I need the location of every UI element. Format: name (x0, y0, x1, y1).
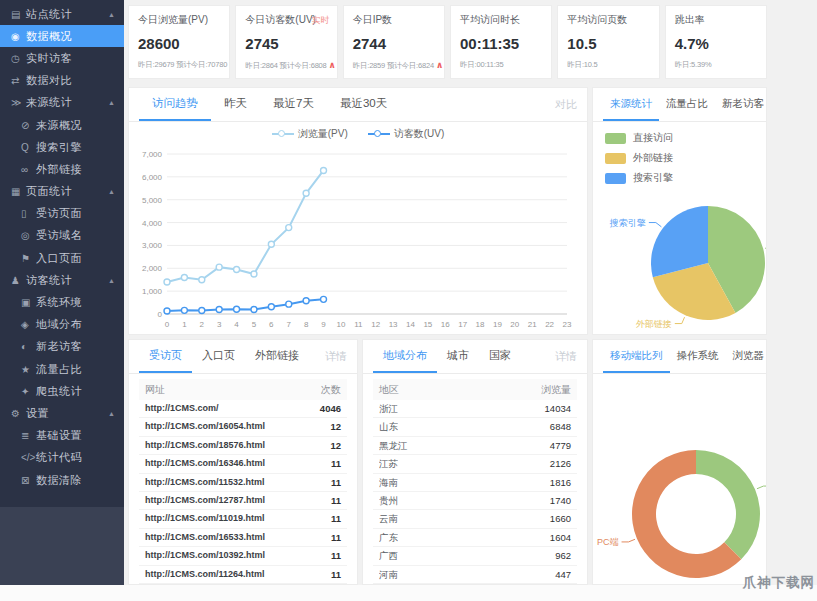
region-detail-link[interactable]: 详情 (555, 340, 577, 373)
sidebar-item-label: 页面统计 (26, 184, 72, 199)
sidebar-item-crawler-stats[interactable]: ✦爬虫统计 (0, 380, 124, 402)
source-overview-icon: ⊘ (21, 120, 36, 131)
svg-text:5,000: 5,000 (142, 196, 163, 205)
panel-tab[interactable]: 最近7天 (260, 88, 327, 121)
panel-tab[interactable]: 来源统计 (603, 88, 659, 121)
table-row: 江苏2126 (373, 455, 577, 473)
search-engine-icon: Q (21, 142, 36, 153)
panel-tab[interactable]: 受访页 (139, 340, 192, 373)
table-row: 贵州1740 (373, 492, 577, 510)
sidebar-item-source-overview[interactable]: ⊘来源概况 (0, 114, 124, 136)
column-header: 浏览量 (541, 379, 571, 400)
row-key: http://1CMS.com/18576.html (145, 437, 265, 454)
sidebar-item-settings-gear[interactable]: ⚙设置▲ (0, 402, 124, 424)
row-key: http://1CMS.com/12787.html (145, 492, 265, 509)
panel-tab[interactable]: 国家 (479, 340, 521, 373)
sidebar-item-data-compare[interactable]: ⇄数据对比 (0, 70, 124, 92)
row-key: 海南 (379, 474, 398, 491)
sidebar-item-label: 受访页面 (36, 206, 82, 221)
sidebar-item-visitor-stats[interactable]: ♟访客统计▲ (0, 269, 124, 291)
sidebar-item-label: 来源统计 (26, 95, 72, 110)
table-row: 河南447 (373, 566, 577, 584)
stat-cards-row: 今日浏览量(PV)28600昨日:29679 预计今日:70780今日访客数(U… (128, 5, 767, 79)
svg-text:5: 5 (252, 320, 257, 329)
settings-gear-icon: ⚙ (11, 408, 26, 419)
svg-text:0: 0 (158, 310, 163, 319)
sidebar-item-source-stats[interactable]: ≫来源统计▲ (0, 92, 124, 114)
sidebar-item-new-old-visitors[interactable]: ◐新老访客 (0, 336, 124, 358)
sidebar-item-data-clear[interactable]: ⊠数据清除 (0, 469, 124, 491)
svg-text:17: 17 (458, 320, 467, 329)
row-key: 云南 (379, 510, 398, 527)
panel-tab[interactable]: 入口页 (192, 340, 245, 373)
region-tabbar: 地域分布城市国家 详情 (363, 340, 587, 374)
panel-tab[interactable]: 移动端比列 (603, 340, 670, 373)
sidebar-item-label: 入口页面 (36, 251, 82, 266)
svg-text:19: 19 (493, 320, 502, 329)
site-stats-icon: ▤ (11, 9, 26, 20)
panel-tab[interactable]: 最近30天 (327, 88, 400, 121)
panel-tab[interactable]: 新老访客 (715, 88, 767, 121)
pages-table: 网址次数http://1CMS.com/4046http://1CMS.com/… (139, 379, 347, 584)
svg-text:6: 6 (269, 320, 274, 329)
sidebar-item-visited-domains[interactable]: ◎受访域名 (0, 225, 124, 247)
collapse-arrow-icon[interactable]: ▲ (108, 188, 115, 195)
sidebar-item-label: 流量占比 (36, 362, 82, 377)
sidebar-item-external-links[interactable]: ∞外部链接 (0, 158, 124, 180)
up-arrow-icon: ∧ (436, 60, 443, 70)
compare-link[interactable]: 对比 (555, 88, 577, 121)
sidebar-item-system-env[interactable]: ▣系统环境 (0, 291, 124, 313)
collapse-arrow-icon[interactable]: ▲ (108, 11, 115, 18)
sidebar-item-realtime-visitors[interactable]: ◷实时访客 (0, 47, 124, 69)
svg-text:4,000: 4,000 (142, 219, 163, 228)
panel-tab[interactable]: 操作系统 (670, 340, 726, 373)
stat-card-subtext: 昨日:2859 预计今日:6824∧ (353, 60, 437, 71)
stat-card-subtext: 昨日:00:11:35 (460, 60, 544, 70)
sidebar-item-site-stats[interactable]: ▤站点统计▲ (0, 3, 124, 25)
table-row: http://1CMS.com/11019.html11 (139, 510, 347, 528)
sidebar-item-tracking-code[interactable]: </>统计代码 (0, 447, 124, 469)
svg-text:1,000: 1,000 (142, 287, 163, 296)
row-key: 浙江 (379, 400, 398, 417)
sidebar-item-label: 受访域名 (36, 228, 82, 243)
panel-tab[interactable]: 地域分布 (373, 340, 437, 373)
sidebar-item-page-stats[interactable]: ▦页面统计▲ (0, 181, 124, 203)
region-tabs: 地域分布城市国家 (373, 340, 521, 373)
sidebar-item-visited-pages[interactable]: ▯受访页面 (0, 203, 124, 225)
table-row: http://1CMS.com/16346.html11 (139, 455, 347, 473)
svg-text:2: 2 (200, 320, 205, 329)
table-row: http://1CMS.com/11532.html11 (139, 474, 347, 492)
legend-item[interactable]: 访客数(UV) (368, 127, 445, 141)
collapse-arrow-icon[interactable]: ▲ (108, 277, 115, 284)
svg-text:13: 13 (389, 320, 398, 329)
legend-item[interactable]: 浏览量(PV) (272, 127, 348, 141)
panel-tab[interactable]: 昨天 (211, 88, 260, 121)
pages-detail-link[interactable]: 详情 (325, 340, 347, 373)
sidebar-item-entry-pages[interactable]: ⚑入口页面 (0, 247, 124, 269)
region-table: 地区浏览量浙江14034山东6848黑龙江4779江苏2126海南1816贵州1… (373, 379, 577, 584)
panel-tab[interactable]: 流量占比 (659, 88, 715, 121)
row-value: 11 (331, 455, 341, 472)
sidebar-item-region-map[interactable]: ◈地域分布 (0, 314, 124, 336)
panel-tab[interactable]: 城市 (437, 340, 479, 373)
up-arrow-icon: ∧ (329, 60, 336, 70)
collapse-arrow-icon[interactable]: ▲ (108, 99, 115, 106)
data-clear-icon: ⊠ (21, 475, 36, 486)
collapse-arrow-icon[interactable]: ▲ (108, 410, 115, 417)
svg-text:1: 1 (182, 320, 187, 329)
sidebar-item-traffic-share[interactable]: ★流量占比 (0, 358, 124, 380)
panel-tab[interactable]: 访问趋势 (139, 88, 211, 121)
panel-tab[interactable]: 外部链接 (245, 340, 309, 373)
sidebar-item-basic-settings[interactable]: ≣基础设置 (0, 425, 124, 447)
sidebar-item-data-overview[interactable]: ◉数据概况 (0, 25, 124, 47)
table-row: http://1CMS.com/18576.html12 (139, 437, 347, 455)
table-row: 黑龙江4779 (373, 437, 577, 455)
traffic-share-icon: ★ (21, 364, 36, 375)
sidebar-item-search-engine[interactable]: Q搜索引擎 (0, 136, 124, 158)
panel-tab[interactable]: 浏览器 (726, 340, 768, 373)
svg-text:7: 7 (287, 320, 292, 329)
row-key: http://1CMS.com/11264.html (145, 566, 265, 583)
sidebar-item-label: 实时访客 (26, 51, 72, 66)
svg-text:外部链接: 外部链接 (636, 319, 672, 329)
row-value: 1660 (550, 510, 571, 527)
